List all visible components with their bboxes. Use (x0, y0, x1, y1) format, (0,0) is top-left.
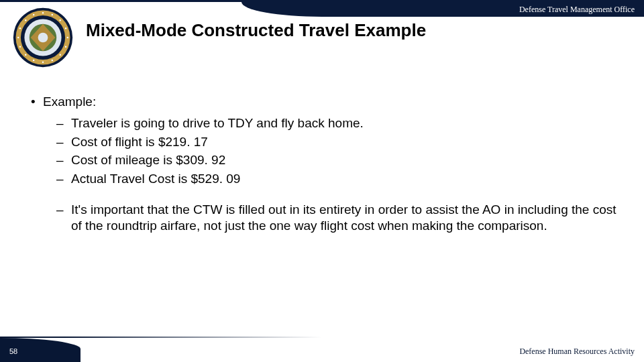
bullet-dot-icon: • (31, 94, 43, 110)
footer-org-text: Defense Human Resources Activity (519, 347, 635, 357)
page-number: 58 (9, 347, 17, 355)
svg-point-14 (42, 62, 44, 63)
slide-title: Mixed-Mode Constructed Travel Example (86, 20, 426, 41)
list-item: –Traveler is going to drive to TDY and f… (56, 115, 624, 131)
seal-svg (12, 7, 74, 68)
dash-icon: – (56, 171, 71, 187)
header-bar: Defense Travel Management Office (241, 2, 644, 17)
item-text: Traveler is going to drive to TDY and fl… (71, 116, 364, 130)
svg-point-7 (52, 14, 53, 15)
example-label: Example: (43, 95, 96, 109)
svg-point-8 (60, 19, 61, 21)
svg-point-18 (17, 37, 19, 38)
slide: Defense Travel Management Office Mixed-M… (0, 0, 644, 362)
item-text: Actual Travel Cost is $529. 09 (71, 172, 240, 186)
svg-point-21 (33, 14, 34, 15)
item-text: Cost of flight is $219. 17 (71, 135, 208, 149)
header-org-text: Defense Travel Management Office (519, 5, 635, 15)
sub-bullet-group: –Traveler is going to drive to TDY and f… (56, 115, 624, 187)
list-item: –Cost of flight is $219. 17 (56, 134, 624, 150)
note-item: – It's important that the CTW is filled … (56, 202, 624, 234)
svg-point-10 (67, 37, 68, 38)
dash-icon: – (56, 202, 71, 218)
svg-point-11 (65, 46, 66, 48)
svg-point-13 (52, 60, 53, 61)
content-area: •Example: –Traveler is going to drive to… (20, 94, 624, 233)
svg-point-5 (38, 33, 48, 43)
note-text: It's important that the CTW is filled ou… (71, 202, 617, 234)
svg-point-20 (25, 19, 26, 21)
svg-point-17 (19, 46, 21, 48)
svg-point-16 (25, 54, 26, 56)
dash-icon: – (56, 134, 71, 150)
item-text: Cost of mileage is $309. 92 (71, 153, 225, 167)
bullet-level1: •Example: (31, 94, 624, 110)
dash-icon: – (56, 115, 71, 131)
svg-point-12 (60, 54, 61, 56)
dod-seal-icon (12, 7, 74, 68)
dash-icon: – (56, 152, 71, 168)
svg-point-6 (42, 12, 44, 13)
svg-point-19 (19, 27, 21, 29)
list-item: –Actual Travel Cost is $529. 09 (56, 171, 624, 187)
svg-point-15 (33, 60, 34, 61)
footer: 58 Defense Human Resources Activity (0, 338, 644, 362)
list-item: –Cost of mileage is $309. 92 (56, 152, 624, 168)
svg-point-9 (65, 27, 66, 29)
